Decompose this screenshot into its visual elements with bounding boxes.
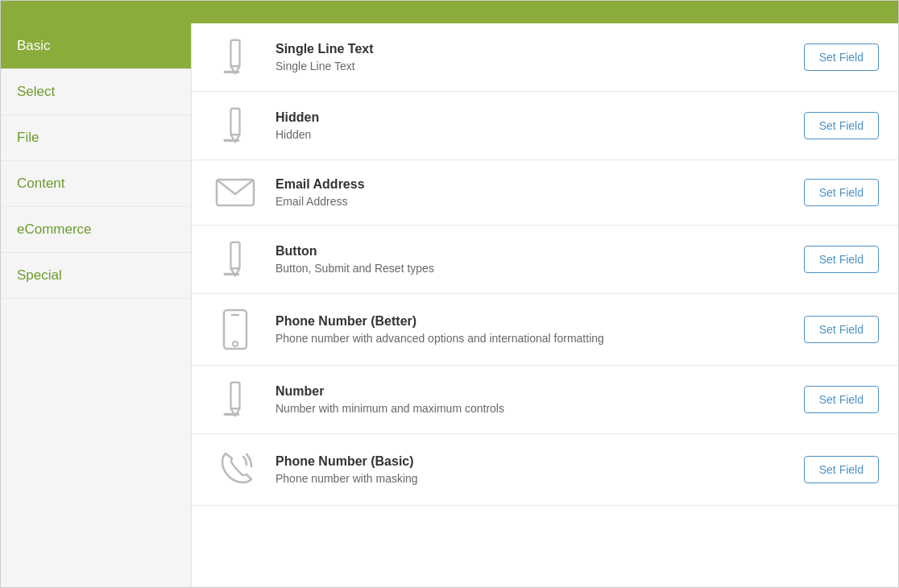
field-row-number: Number Number with minimum and maximum c…	[192, 366, 898, 434]
set-field-button-single-line-text[interactable]: Set Field	[804, 43, 879, 71]
field-icon-phone-number-better	[211, 308, 259, 350]
field-name-hidden: Hidden	[276, 110, 788, 125]
field-name-number: Number	[276, 384, 788, 399]
field-info-email-address: Email Address Email Address	[276, 177, 788, 208]
field-icon-email-address	[211, 175, 259, 210]
field-row-single-line-text: Single Line Text Single Line Text Set Fi…	[192, 23, 898, 92]
set-field-button-phone-number-better[interactable]: Set Field	[804, 316, 879, 343]
field-row-button: Button Button, Submit and Reset types Se…	[192, 226, 898, 294]
field-desc-button: Button, Submit and Reset types	[276, 262, 788, 275]
sidebar-item-special[interactable]: Special	[1, 253, 191, 299]
field-info-single-line-text: Single Line Text Single Line Text	[276, 42, 788, 72]
field-info-phone-number-basic: Phone Number (Basic) Phone number with m…	[276, 454, 788, 485]
field-name-phone-number-basic: Phone Number (Basic)	[276, 454, 788, 469]
modal-header	[1, 1, 898, 23]
svg-point-12	[233, 342, 238, 346]
field-desc-number: Number with minimum and maximum controls	[276, 402, 788, 415]
svg-rect-7	[230, 242, 239, 268]
field-name-phone-number-better: Phone Number (Better)	[276, 314, 788, 329]
field-icon-hidden	[211, 106, 259, 145]
sidebar-item-ecommerce[interactable]: eCommerce	[1, 207, 191, 253]
sidebar-item-select[interactable]: Select	[1, 69, 191, 115]
sidebar-item-basic[interactable]: Basic	[1, 23, 191, 69]
field-row-email-address: Email Address Email Address Set Field	[192, 160, 898, 226]
field-icon-number	[211, 380, 259, 419]
content-area: Single Line Text Single Line Text Set Fi…	[192, 23, 898, 587]
field-icon-phone-number-basic	[211, 449, 259, 491]
fields-modal: BasicSelectFileContenteCommerceSpecial S…	[0, 0, 899, 588]
set-field-button-email-address[interactable]: Set Field	[804, 179, 879, 206]
svg-rect-3	[230, 109, 239, 135]
svg-rect-0	[230, 40, 239, 66]
set-field-button-hidden[interactable]: Set Field	[804, 112, 879, 139]
field-name-button: Button	[276, 244, 788, 259]
set-field-button-number[interactable]: Set Field	[804, 386, 879, 413]
set-field-button-button[interactable]: Set Field	[804, 246, 879, 273]
svg-rect-13	[230, 383, 239, 408]
set-field-button-phone-number-basic[interactable]: Set Field	[804, 456, 879, 483]
field-desc-phone-number-basic: Phone number with masking	[276, 472, 788, 485]
field-icon-button	[211, 240, 259, 279]
sidebar-item-file[interactable]: File	[1, 115, 191, 161]
sidebar: BasicSelectFileContenteCommerceSpecial	[1, 23, 192, 587]
field-row-phone-number-basic: Phone Number (Basic) Phone number with m…	[192, 434, 898, 506]
field-row-hidden: Hidden Hidden Set Field	[192, 92, 898, 160]
modal-body: BasicSelectFileContenteCommerceSpecial S…	[1, 23, 898, 587]
field-name-email-address: Email Address	[276, 177, 788, 192]
field-name-single-line-text: Single Line Text	[276, 42, 788, 56]
sidebar-item-content[interactable]: Content	[1, 161, 191, 207]
field-desc-hidden: Hidden	[276, 128, 788, 141]
field-info-button: Button Button, Submit and Reset types	[276, 244, 788, 275]
field-info-phone-number-better: Phone Number (Better) Phone number with …	[276, 314, 788, 345]
field-icon-single-line-text	[211, 38, 259, 77]
field-desc-email-address: Email Address	[276, 195, 788, 208]
field-desc-single-line-text: Single Line Text	[276, 60, 788, 72]
field-desc-phone-number-better: Phone number with advanced options and i…	[276, 332, 788, 345]
field-row-phone-number-better: Phone Number (Better) Phone number with …	[192, 294, 898, 366]
field-info-hidden: Hidden Hidden	[276, 110, 788, 141]
field-info-number: Number Number with minimum and maximum c…	[276, 384, 788, 415]
